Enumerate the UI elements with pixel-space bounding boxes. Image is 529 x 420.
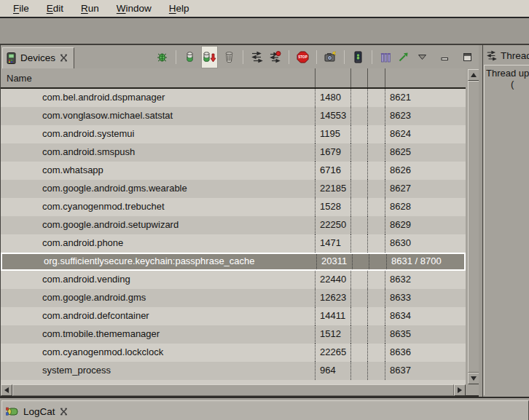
dump-hprof-icon [203, 51, 216, 63]
vertical-scrollbar[interactable] [468, 69, 479, 384]
cell-name: com.google.android.setupwizard [1, 216, 315, 234]
table-row[interactable]: com.cyanogenmod.lockclock222658636 [1, 344, 466, 362]
cell-c3 [352, 254, 369, 269]
cell-port: 8627 [385, 180, 466, 198]
scroll-up-button[interactable] [468, 69, 479, 81]
cell-c3 [350, 89, 367, 107]
table-row[interactable]: com.google.android.gms126238633 [1, 289, 466, 307]
devices-toolbar: STOP [156, 45, 477, 68]
cell-pid: 20311 [316, 254, 352, 269]
cell-c3 [350, 344, 367, 362]
debug-bug-icon [156, 51, 168, 63]
table-row[interactable]: com.android.phone14718630 [1, 234, 466, 253]
cell-port: 8636 [385, 344, 466, 362]
cell-name: org.sufficientlysecure.keychain:passphra… [2, 254, 316, 269]
menu-edit[interactable]: Edit [39, 1, 71, 15]
cell-c4 [367, 89, 385, 107]
cell-c3 [350, 271, 367, 289]
table-row[interactable]: org.sufficientlysecure.keychain:passphra… [1, 253, 466, 271]
table-row[interactable]: system_process9648637 [1, 362, 466, 380]
update-threads-button[interactable] [251, 48, 263, 66]
cell-name: com.android.vending [1, 271, 315, 289]
table-row[interactable]: com.android.systemui11958624 [1, 125, 466, 143]
cell-port: 8626 [385, 162, 466, 180]
menu-window[interactable]: Window [109, 1, 159, 15]
dump-hprof-button[interactable] [201, 46, 218, 68]
cell-name: com.android.phone [1, 234, 315, 253]
toolbar-separator [176, 50, 176, 64]
minimize-button[interactable] [437, 48, 452, 66]
cell-c4 [367, 234, 385, 253]
table-row[interactable]: com.whatsapp67168626 [1, 162, 466, 180]
cell-c4 [367, 325, 385, 344]
cell-name: system_process [1, 362, 315, 380]
column-header-pid[interactable] [315, 68, 350, 87]
view-controls [415, 48, 477, 66]
start-profiling-button[interactable] [397, 48, 410, 66]
cell-c4 [367, 180, 385, 198]
scroll-down-button[interactable] [468, 373, 479, 384]
cell-port: 8628 [385, 198, 466, 216]
scroll-right-button[interactable] [454, 384, 466, 396]
maximize-button[interactable] [460, 48, 475, 66]
close-icon[interactable] [60, 408, 68, 416]
cell-name: com.vonglasow.michael.satstat [1, 107, 315, 125]
cell-c3 [350, 325, 367, 344]
cell-port: 8630 [385, 234, 466, 253]
view-menu-button[interactable] [415, 48, 430, 66]
screenshot-camera-icon [324, 51, 337, 63]
screen-capture-button[interactable] [352, 48, 364, 66]
cell-c4 [367, 344, 385, 362]
close-icon[interactable] [60, 54, 68, 62]
horizontal-scrollbar[interactable] [1, 384, 466, 396]
tab-devices[interactable]: Devices [2, 47, 74, 68]
tab-logcat[interactable]: LogCat [1, 400, 529, 420]
horizontal-scroll-thumb[interactable] [12, 384, 454, 396]
column-header-port[interactable] [385, 68, 466, 87]
update-heap-button[interactable] [184, 48, 196, 66]
cell-port: 8623 [385, 107, 466, 125]
threads-message-line-2: ( [485, 79, 529, 90]
cell-name: com.android.defcontainer [1, 307, 315, 325]
column-header-4[interactable] [367, 68, 385, 87]
cell-pid: 22250 [315, 216, 350, 234]
column-header-3[interactable] [350, 68, 367, 87]
cell-port: 8625 [385, 143, 466, 162]
cell-name: com.bel.android.dspmanager [1, 89, 315, 107]
screenshot-button[interactable] [324, 48, 337, 66]
tab-threads[interactable]: Threads [483, 45, 529, 64]
menu-file[interactable]: File [6, 1, 36, 15]
scroll-left-button[interactable] [1, 384, 12, 396]
stop-process-button[interactable]: STOP [297, 48, 309, 66]
minimize-icon [440, 52, 450, 62]
cause-gc-button[interactable] [223, 48, 235, 66]
table-row[interactable]: com.google.android.gms.wearable221858627 [1, 180, 466, 198]
cell-c3 [350, 198, 367, 216]
cell-c4 [367, 143, 385, 162]
table-row[interactable]: com.android.defcontainer144118634 [1, 307, 466, 325]
cell-name: com.google.android.gms [1, 289, 315, 307]
right-arrow-icon [458, 387, 462, 393]
table-row[interactable]: com.google.android.setupwizard222508629 [1, 216, 466, 234]
cell-c3 [350, 162, 367, 180]
cell-port: 8629 [385, 216, 466, 234]
stop-thread-updates-button[interactable] [268, 48, 281, 66]
cell-c3 [350, 107, 367, 125]
menu-run[interactable]: Run [74, 1, 106, 15]
column-header-name[interactable]: Name [1, 68, 315, 87]
cell-c4 [367, 125, 385, 143]
table-row[interactable]: com.android.vending224408632 [1, 271, 466, 289]
debug-bug-button[interactable] [156, 48, 168, 66]
table-row[interactable]: com.tmobile.thememanager15128635 [1, 325, 466, 344]
table-row[interactable]: com.vonglasow.michael.satstat145538623 [1, 107, 466, 125]
profiling-button[interactable] [380, 48, 392, 66]
table-row[interactable]: com.bel.android.dspmanager14808621 [1, 89, 466, 107]
table-row[interactable]: com.android.smspush16798625 [1, 143, 466, 162]
table-row[interactable]: com.cyanogenmod.trebuchet15288628 [1, 198, 466, 216]
down-arrow-icon [471, 376, 477, 381]
cell-port: 8624 [385, 125, 466, 143]
device-table-body: com.bel.android.dspmanager14808621com.vo… [1, 89, 466, 384]
vertical-scroll-thumb[interactable] [468, 81, 479, 373]
cell-pid: 6716 [315, 162, 350, 180]
menu-help[interactable]: Help [162, 1, 197, 15]
